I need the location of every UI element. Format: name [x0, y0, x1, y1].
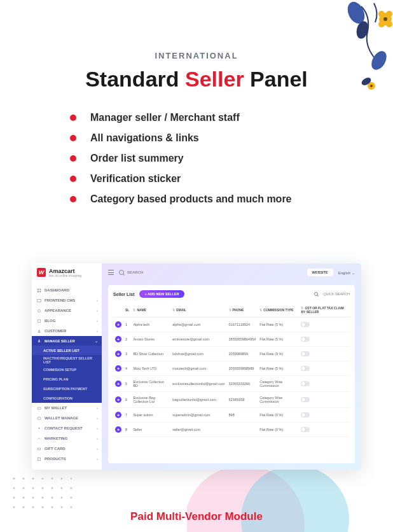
bullet-dot-icon	[70, 196, 76, 202]
language-select[interactable]: English ⌄	[338, 270, 355, 275]
col-commission[interactable]: ⇅COMMISSION TYPE	[258, 303, 299, 318]
gst-toggle[interactable]	[301, 427, 310, 432]
feature-text: Category based products and much more	[90, 193, 292, 205]
gst-toggle[interactable]	[301, 322, 310, 327]
expand-button[interactable]: +	[115, 381, 121, 387]
dashboard-icon	[37, 288, 41, 293]
nav-label: MY WALLET	[45, 406, 67, 410]
svg-rect-18	[38, 299, 41, 302]
cell-email: alpha@gmail.com	[170, 318, 226, 332]
content-header: Seller List + ADD NEW SELLER QUICK SEARC…	[113, 290, 350, 298]
expand-button[interactable]: +	[115, 336, 121, 342]
svg-point-51	[42, 507, 44, 508]
nav-products[interactable]: PRODUCTS›	[32, 454, 102, 464]
bullet-dot-icon	[70, 176, 76, 182]
svg-rect-14	[38, 288, 39, 290]
nav-contact-request[interactable]: CONTACT REQUEST›	[32, 423, 102, 433]
cell-sl: 3	[123, 347, 131, 361]
cell-phone: 525ll5l658	[227, 392, 258, 408]
svg-point-37	[42, 487, 44, 489]
col-gst[interactable]: ⇅GST OR FLAT TAX CLAIM BY SELLER	[299, 303, 350, 318]
nav-label: PRODUCTS	[45, 457, 66, 461]
headline-accent: Seller	[185, 67, 244, 91]
gst-toggle[interactable]	[301, 381, 310, 386]
nav-commission-setup[interactable]: COMMISION SETUP	[32, 365, 102, 374]
search-input[interactable]: SEARCH	[127, 270, 143, 274]
cell-phone: 01671118924	[227, 318, 258, 332]
col-email[interactable]: ⇅EMAIL	[170, 303, 226, 318]
svg-point-4	[383, 17, 387, 21]
nav-wallet-manage[interactable]: WALLET MANAGE›	[32, 413, 102, 423]
nav-blog[interactable]: BLOG›	[32, 316, 102, 326]
lang-label: English	[338, 271, 351, 275]
svg-point-7	[378, 21, 385, 27]
chevron-right-icon: ›	[97, 447, 98, 451]
cell-commission: Flat Rate (5 %)	[258, 361, 299, 376]
chevron-right-icon: ›	[97, 298, 98, 302]
gst-toggle[interactable]	[301, 412, 310, 417]
sort-icon: ⇅	[172, 308, 175, 312]
hamburger-icon[interactable]	[108, 270, 114, 275]
gst-toggle[interactable]	[301, 397, 310, 402]
nav-inactive-seller-list[interactable]: INACTIVE/REQUEST SELLER LIST	[32, 355, 102, 365]
admin-panel-screenshot: W Amazcart lets do online shopping DASHB…	[32, 263, 361, 470]
add-seller-button[interactable]: + ADD NEW SELLER	[139, 290, 184, 298]
nav-gift-card[interactable]: GIFT CARD›	[32, 444, 102, 454]
cell-name: Moto Tech LTD	[131, 361, 170, 376]
nav-manage-seller[interactable]: MANAGE SELLER⌄	[32, 336, 102, 346]
main-area: SEARCH WEBSITE English ⌄ Seller List + A…	[102, 263, 361, 470]
cell-phone: 32003333266	[227, 376, 258, 392]
nav-marketing[interactable]: MARKETING›	[32, 433, 102, 444]
nav-label: PRICING PLAN	[43, 377, 68, 381]
quick-search[interactable]: QUICK SEARCH	[314, 292, 350, 296]
svg-rect-22	[38, 407, 41, 409]
cell-sl: 6	[123, 392, 131, 408]
expand-button[interactable]: +	[115, 396, 121, 403]
nav-configuration[interactable]: CONFIGURATION	[32, 393, 102, 403]
nav-pricing-plan[interactable]: PRICING PLAN	[32, 374, 102, 384]
website-button[interactable]: WEBSITE	[307, 269, 333, 276]
svg-point-31	[52, 478, 53, 480]
chevron-right-icon: ›	[97, 406, 98, 410]
svg-rect-16	[38, 291, 39, 292]
cell-sl: 7	[123, 408, 131, 423]
col-phone[interactable]: ⇅PHONE	[227, 303, 258, 318]
gst-toggle[interactable]	[301, 351, 310, 356]
search-icon[interactable]	[119, 270, 124, 275]
brand[interactable]: W Amazcart lets do online shopping	[32, 263, 102, 281]
nav-appearance[interactable]: APPEARANCE›	[32, 305, 102, 316]
expand-button[interactable]: +	[115, 321, 121, 328]
gst-toggle[interactable]	[301, 337, 310, 342]
cms-icon	[37, 298, 41, 303]
table-row: +4Moto Tech LTDmototech@gmail.com2055559…	[113, 361, 350, 376]
nav-customer[interactable]: CUSTOMER›	[32, 326, 102, 336]
cell-sl: 8	[123, 423, 131, 437]
expand-button[interactable]: +	[115, 412, 121, 418]
cell-phone: 2059989899	[227, 347, 258, 361]
svg-point-32	[61, 478, 63, 480]
nav-frontend-cms[interactable]: FRONTEND CMS›	[32, 295, 102, 305]
svg-point-41	[13, 497, 15, 499]
cell-phone	[227, 423, 258, 437]
expand-button[interactable]: +	[115, 351, 121, 357]
seller-table: SL ⇅NAME ⇅EMAIL ⇅PHONE ⇅COMMISSION TYPE …	[113, 303, 350, 437]
gst-toggle[interactable]	[301, 366, 310, 371]
nav-my-wallet[interactable]: MY WALLET›	[32, 403, 102, 413]
nav-subscription-payment[interactable]: SUBSCRIPTION PAYMENT	[32, 384, 102, 393]
nav-dashboard[interactable]: DASHBOARD	[32, 285, 102, 295]
expand-button[interactable]: +	[115, 365, 121, 372]
cell-commission: Flat Rate (5 %)	[258, 332, 299, 347]
expand-button[interactable]: +	[115, 426, 121, 433]
cell-name: Super admin	[131, 408, 170, 423]
nav-label: COMMISION SETUP	[43, 368, 76, 372]
svg-point-44	[42, 497, 44, 499]
bullet-dot-icon	[70, 115, 76, 121]
nav-active-seller-list[interactable]: ACTIVE SELLER LIST	[32, 346, 102, 355]
col-name[interactable]: ⇅NAME	[131, 303, 170, 318]
col-sl[interactable]: SL	[123, 303, 131, 318]
svg-point-21	[38, 340, 39, 341]
svg-point-45	[52, 497, 53, 499]
table-row: +8Sellerseller@gmail.comFlat Rate (0 %)	[113, 423, 350, 437]
marketing-icon	[37, 437, 41, 441]
cell-email: bdshoe@gmail.com	[170, 347, 226, 361]
